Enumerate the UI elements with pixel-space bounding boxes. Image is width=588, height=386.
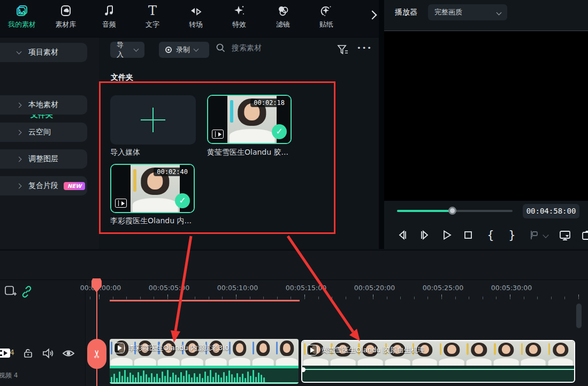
marker-button[interactable] [528, 229, 541, 242]
player-panel: 播放器 完整画质 00:04:58:00 { } [380, 0, 588, 249]
chevron-down-icon [194, 47, 199, 52]
filters-icon [277, 4, 289, 17]
record-button[interactable]: 录制 [159, 42, 209, 58]
quality-dropdown[interactable]: 完整画质 [428, 4, 507, 20]
check-icon: ✓ [272, 124, 287, 139]
filter-icon[interactable] [337, 43, 349, 56]
progress-fill [397, 210, 453, 212]
video-type-icon [212, 130, 224, 139]
duration-badge: 00:02:40 [154, 168, 191, 176]
sidebar-item-label: 本地素材 [28, 100, 58, 110]
media-item-name: 黄莹雪医生Olandu 胶... [207, 148, 288, 157]
stickers-icon [320, 4, 333, 17]
ruler-label: 00:05:05:00 [143, 284, 195, 292]
ruler-label: 00:05:15:00 [280, 284, 332, 292]
quality-value: 完整画质 [434, 7, 462, 17]
sidebar-item-project-media[interactable]: 项目素材 [0, 43, 87, 62]
record-button-label: 录制 [176, 45, 190, 55]
timeline-area: 4 视频 4 00:05:00:0000:05:05:0000:05:10:00… [0, 280, 588, 386]
fullscreen-monitor-button[interactable] [559, 229, 572, 242]
import-button-label: 导入 [117, 40, 130, 59]
chevron-down-icon [497, 10, 502, 15]
tab-label: 文字 [146, 20, 159, 29]
new-badge: NEW [64, 182, 85, 190]
search-icon [216, 43, 225, 52]
tab-label: 我的素材 [8, 20, 36, 29]
play-button[interactable] [441, 229, 455, 242]
add-track-icon[interactable] [4, 285, 17, 297]
lock-track-icon[interactable] [22, 347, 34, 359]
tab-label: 贴纸 [319, 20, 333, 29]
media-item-video[interactable]: 00:02:18 ✓ [207, 95, 292, 144]
tab-label: 滤镜 [276, 20, 290, 29]
sidebar-item-compound-clip[interactable]: 复合片段 NEW [0, 176, 87, 195]
playhead-line[interactable] [96, 278, 97, 386]
top-nav: 我的素材 素材库 音频 T 文字 转场 [0, 0, 380, 37]
ruler-label: 00:05:10:00 [212, 284, 263, 292]
sidebar: 项目素材 文件夹 本地素材 云空间 调整图层 复合片段 NEW [0, 37, 99, 249]
audio-icon [103, 4, 116, 17]
nav-expand-icon[interactable] [368, 11, 377, 20]
snapshot-button[interactable] [581, 229, 588, 242]
tab-stickers[interactable]: 贴纸 [306, 4, 347, 35]
more-options-button[interactable]: ••• [357, 44, 372, 52]
timeline-clip[interactable]: 李彩霞医生Olandu 内源抗老3.0 [110, 339, 299, 384]
clip-bottom-line [110, 382, 299, 384]
render-indicator-line [110, 300, 300, 301]
text-icon: T [146, 4, 159, 17]
my-media-icon [16, 4, 28, 17]
tab-stock-media[interactable]: 素材库 [45, 4, 87, 35]
duration-badge: 00:02:18 [250, 99, 288, 107]
tab-label: 音频 [102, 20, 116, 29]
mark-out-button[interactable]: } [505, 229, 519, 242]
search-input[interactable] [231, 43, 311, 52]
stop-button[interactable] [462, 229, 476, 242]
sidebar-item-adjustment-layer[interactable]: 调整图层 [0, 149, 87, 169]
tab-text[interactable]: T 文字 [132, 4, 173, 35]
media-item-video[interactable]: 00:02:40 ✓ [110, 164, 195, 213]
timeline-toolbar: ✂ T T » − + [0, 250, 588, 280]
import-media-tile[interactable] [110, 95, 196, 145]
track-number: 4 [10, 348, 14, 357]
previous-frame-button[interactable] [397, 229, 411, 242]
video-type-icon [115, 199, 127, 208]
check-icon: ✓ [175, 193, 190, 208]
sidebar-item-cloud[interactable]: 云空间 [0, 123, 87, 142]
tab-effects[interactable]: 特效 [218, 4, 260, 35]
tab-filters[interactable]: 滤镜 [262, 4, 304, 35]
timeline-header-column: 4 视频 4 [0, 280, 86, 386]
progress-handle[interactable] [448, 207, 456, 215]
chevron-right-icon [17, 102, 22, 108]
timeline-vertical-scrollbar[interactable] [576, 304, 582, 328]
transitions-icon [189, 4, 202, 17]
search-box [216, 43, 311, 52]
timeline-clip-selected[interactable]: 黄莹雪医生Olandu 胶原自生机理 [301, 340, 575, 383]
hide-track-icon[interactable] [62, 348, 75, 359]
sidebar-item-label: 复合片段 [28, 181, 58, 191]
sidebar-item-local-media[interactable]: 本地素材 [0, 95, 87, 115]
next-frame-button[interactable] [418, 229, 432, 242]
marker-dropdown-icon[interactable] [544, 229, 558, 242]
tab-transitions[interactable]: 转场 [175, 4, 217, 35]
import-button[interactable]: 导入 [110, 42, 144, 58]
chevron-right-icon [17, 183, 22, 188]
mute-track-icon[interactable] [42, 347, 55, 360]
chevron-right-icon [17, 130, 22, 135]
playhead-split-button[interactable]: ✂ [87, 339, 106, 369]
link-icon[interactable] [20, 285, 33, 298]
tab-label: 特效 [232, 20, 246, 29]
mark-in-button[interactable]: { [484, 229, 498, 242]
video-track-icon [0, 348, 11, 358]
import-tile-label: 导入媒体 [110, 148, 140, 157]
audio-level-line [302, 369, 574, 370]
video-viewport[interactable] [384, 31, 588, 201]
sidebar-item-label: 调整图层 [28, 154, 58, 164]
scissors-icon: ✂ [90, 344, 103, 364]
tab-my-media[interactable]: 我的素材 [1, 4, 43, 35]
media-panel: 导入 录制 ••• 文件夹 导入媒体 [99, 37, 380, 249]
play-badge-icon [114, 343, 125, 353]
tab-audio[interactable]: 音频 [88, 4, 130, 35]
volume-keyframe-handle[interactable] [301, 367, 306, 372]
chevron-down-icon [134, 47, 139, 52]
stock-media-icon [59, 4, 72, 17]
